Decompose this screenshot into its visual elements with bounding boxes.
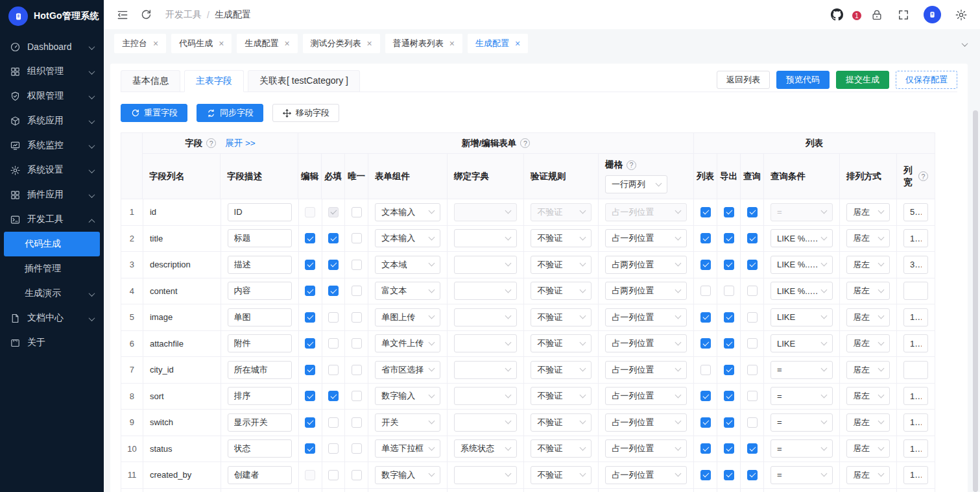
dict-select[interactable] (454, 308, 517, 326)
field-desc-input[interactable]: 描述 (228, 256, 292, 274)
grid-span-select[interactable]: 占一列位置 (605, 439, 687, 458)
grid-span-select[interactable]: 占一列位置 (605, 466, 687, 484)
close-tab-icon[interactable]: × (219, 39, 224, 48)
dict-select[interactable] (454, 256, 517, 274)
list-checkbox[interactable] (700, 312, 711, 323)
unique-checkbox[interactable] (352, 470, 362, 480)
query-condition-select[interactable]: = (771, 439, 833, 458)
query-condition-select[interactable]: LIKE %...% (771, 229, 833, 247)
form-component-select[interactable]: 富文本 (375, 282, 440, 300)
list-checkbox[interactable] (700, 260, 711, 270)
query-checkbox[interactable] (747, 233, 758, 243)
grid-span-select[interactable]: 占两列位置 (605, 282, 687, 300)
query-condition-select[interactable]: LIKE %...% (771, 256, 833, 274)
sidebar-item-system-monitor[interactable]: 系统监控 (0, 133, 104, 158)
field-desc-input[interactable]: 附件 (228, 334, 292, 352)
grid-span-select[interactable]: 占两列位置 (605, 256, 687, 274)
fullscreen-icon[interactable] (897, 8, 910, 21)
edit-checkbox[interactable] (305, 233, 315, 243)
validate-rule-select[interactable]: 不验证 (531, 387, 592, 405)
form-component-select[interactable]: 单文件上传 (375, 334, 440, 352)
query-checkbox[interactable] (747, 417, 758, 428)
sidebar-item-org-manage[interactable]: 组织管理 (0, 59, 104, 84)
export-checkbox[interactable] (724, 260, 734, 270)
query-condition-select[interactable]: = (771, 466, 833, 484)
list-checkbox[interactable] (700, 391, 711, 401)
grid-span-select[interactable]: 占一列位置 (605, 308, 687, 326)
form-component-select[interactable]: 数字输入 (375, 387, 440, 405)
help-icon[interactable]: ? (627, 160, 636, 170)
required-checkbox[interactable] (328, 312, 339, 323)
form-component-select[interactable]: 单图上传 (375, 308, 440, 326)
tab-options-chevron-icon[interactable] (962, 38, 970, 49)
close-tab-icon[interactable]: × (284, 39, 289, 48)
validate-rule-select[interactable]: 不验证 (531, 229, 592, 247)
align-select[interactable]: 居左 (846, 256, 890, 274)
form-component-select[interactable]: 省市区选择 (375, 361, 440, 379)
unique-checkbox[interactable] (352, 233, 362, 243)
field-desc-input[interactable]: 状态 (228, 439, 292, 458)
grid-span-select[interactable]: 占一列位置 (605, 361, 687, 379)
validate-rule-select[interactable]: 不验证 (531, 256, 592, 274)
avatar[interactable] (924, 6, 941, 23)
sidebar-item-dashboard[interactable]: Dashboard (0, 34, 104, 59)
form-component-select[interactable]: 文本输入 (375, 229, 440, 247)
column-width-input[interactable] (903, 282, 928, 300)
config-tab-0[interactable]: 基本信息 (121, 70, 180, 92)
sidebar-item-permission-manage[interactable]: 权限管理 (0, 84, 104, 108)
list-checkbox[interactable] (700, 207, 711, 217)
sidebar-item-gen-demo[interactable]: 生成演示 (0, 281, 104, 306)
query-condition-select[interactable]: = (771, 413, 833, 432)
close-tab-icon[interactable]: × (515, 39, 520, 48)
required-checkbox[interactable] (328, 443, 339, 454)
page-tab-4[interactable]: 普通树表列表× (385, 34, 462, 53)
field-desc-input[interactable]: ID (228, 203, 292, 221)
required-checkbox[interactable] (328, 338, 339, 349)
sync-fields-button[interactable]: 同步字段 (197, 104, 263, 122)
edit-checkbox[interactable] (305, 286, 315, 296)
unique-checkbox[interactable] (352, 443, 362, 454)
breadcrumb-section[interactable]: 开发工具 (165, 9, 202, 21)
sidebar-item-dev-tools[interactable]: 开发工具 (0, 207, 104, 232)
dict-select[interactable] (454, 361, 517, 379)
form-component-select[interactable]: 数字输入 (375, 466, 440, 484)
query-condition-select[interactable]: LIKE %...% (771, 282, 833, 300)
required-checkbox[interactable] (328, 260, 339, 270)
close-tab-icon[interactable]: × (367, 39, 372, 48)
dict-select[interactable] (454, 229, 517, 247)
validate-rule-select[interactable]: 不验证 (531, 203, 592, 221)
unique-checkbox[interactable] (352, 338, 362, 349)
query-condition-select[interactable]: LIKE (771, 308, 833, 326)
edit-checkbox[interactable] (305, 338, 315, 349)
unique-checkbox[interactable] (352, 417, 362, 428)
form-component-select[interactable]: 开关 (375, 413, 440, 432)
form-component-select[interactable]: 文本输入 (375, 203, 440, 221)
align-select[interactable]: 居左 (846, 466, 890, 484)
align-select[interactable]: 居左 (846, 308, 890, 326)
column-width-input[interactable]: 150 (903, 466, 928, 484)
form-component-select[interactable]: 单选下拉框 (375, 439, 440, 458)
edit-checkbox[interactable] (305, 312, 315, 323)
validate-rule-select[interactable]: 不验证 (531, 334, 592, 352)
sidebar-item-system-app[interactable]: 系统应用 (0, 108, 104, 133)
edit-checkbox[interactable] (305, 417, 315, 428)
sidebar-item-code-gen[interactable]: 代码生成 (4, 232, 100, 256)
query-condition-select[interactable]: = (771, 203, 833, 221)
field-desc-input[interactable]: 标题 (228, 229, 292, 247)
align-select[interactable]: 居左 (846, 203, 890, 221)
list-checkbox[interactable] (700, 365, 711, 375)
back-to-list-button[interactable]: 返回列表 (717, 71, 770, 89)
column-width-input[interactable]: 50 (903, 203, 928, 221)
align-select[interactable]: 居左 (846, 334, 890, 352)
validate-rule-select[interactable]: 不验证 (531, 308, 592, 326)
edit-checkbox[interactable] (305, 443, 315, 454)
preview-code-button[interactable]: 预览代码 (776, 71, 830, 89)
unique-checkbox[interactable] (352, 312, 362, 323)
page-tab-5[interactable]: 生成配置× (468, 34, 528, 53)
export-checkbox[interactable] (724, 417, 734, 428)
sidebar-item-about[interactable]: 关于 (0, 330, 104, 355)
form-component-select[interactable]: 文本域 (375, 256, 440, 274)
field-desc-input[interactable]: 排序 (228, 387, 292, 405)
config-tab-2[interactable]: 关联表[ testCategory ] (248, 70, 360, 92)
reset-fields-button[interactable]: 重置字段 (121, 104, 187, 122)
